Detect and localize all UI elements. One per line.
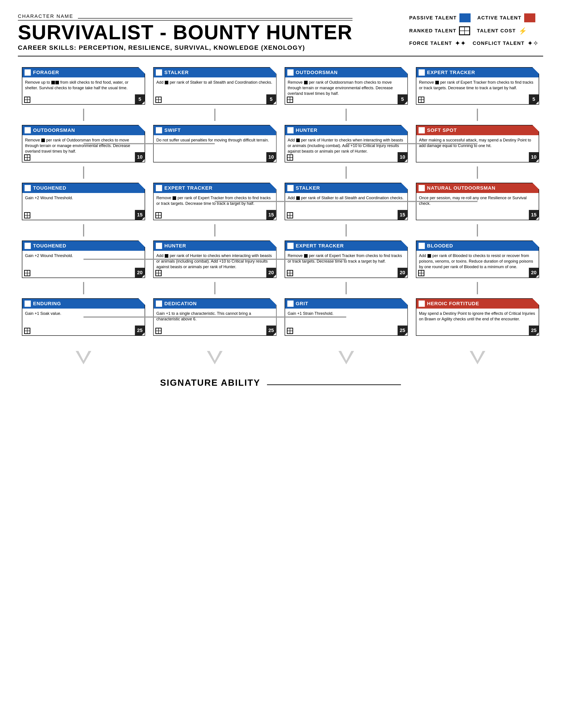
- talent-card-wrapper: SOFT SPOTAfter making a successful attac…: [412, 121, 543, 166]
- talent-footer: [153, 160, 276, 162]
- talent-header: EXPERT TRACKER: [153, 183, 276, 193]
- vconn-cell-2: [280, 109, 412, 121]
- talent-card[interactable]: BLOODEDAdd per rank of Blooded to checks…: [416, 241, 539, 278]
- talent-card[interactable]: EXPERT TRACKERRemove per rank of Expert …: [153, 183, 276, 220]
- talent-name: NATURAL OUTDOORSMAN: [427, 185, 496, 191]
- legend-row-1: PASSIVE TALENT ACTIVE TALENT: [409, 13, 535, 22]
- arrow-down-0: [76, 351, 91, 364]
- talent-card-wrapper: FORAGERRemove up to from skill checks to…: [18, 63, 149, 109]
- ranked-icon: [418, 97, 424, 103]
- talent-footer: [285, 211, 408, 220]
- talent-name: STALKER: [164, 70, 189, 75]
- talent-type-icon: [156, 301, 162, 307]
- talent-type-icon: [419, 301, 425, 307]
- talent-header: ENDURING: [22, 299, 145, 309]
- talent-card-wrapper: DEDICATIONGain +1 to a single characteri…: [149, 294, 280, 340]
- vconn-line: [477, 282, 478, 294]
- talent-footer: [416, 333, 539, 335]
- force-talent-icon: ✦✦: [455, 39, 466, 47]
- talent-card[interactable]: NATURAL OUTDOORSMANOnce per session, may…: [416, 183, 539, 220]
- vconn-cell-0: [18, 109, 149, 121]
- vconn-line: [214, 109, 215, 121]
- talent-card[interactable]: EXPERT TRACKERRemove per rank of Expert …: [416, 67, 539, 105]
- talent-card-wrapper: SWIFTDo not suffer usual penalties for m…: [149, 121, 280, 166]
- talent-footer: [285, 269, 408, 278]
- legend-row-2: RANKED TALENT TALENT COST ⚡: [409, 26, 527, 35]
- talent-card[interactable]: OUTDOORSMANRemove per rank of Outdoorsma…: [285, 67, 408, 105]
- talent-header: HEROIC FORTITUDE: [416, 299, 539, 309]
- talent-name: GRIT: [296, 301, 309, 307]
- signature-area: SIGNATURE ABILITY: [18, 373, 543, 392]
- talent-card[interactable]: FORAGERRemove up to from skill checks to…: [22, 67, 145, 105]
- talent-type-icon: [25, 69, 31, 76]
- talent-card[interactable]: HEROIC FORTITUDEMay spend a Destiny Poin…: [416, 298, 539, 336]
- talent-card[interactable]: DEDICATIONGain +1 to a single characteri…: [153, 298, 276, 336]
- talent-card-wrapper: OUTDOORSMANRemove per rank of Outdoorsma…: [280, 63, 412, 109]
- talent-cost-badge: 15: [529, 210, 539, 220]
- talent-cost-label: TALENT COST: [477, 28, 516, 34]
- talent-card[interactable]: STALKERAdd per rank of Stalker to all St…: [153, 67, 276, 105]
- talent-grid: FORAGERRemove up to from skill checks to…: [18, 63, 543, 340]
- talent-card[interactable]: ENDURINGGain +1 Soak value.25: [22, 298, 145, 336]
- vconn-row-1: [18, 166, 543, 179]
- vconn-line: [477, 166, 478, 179]
- passive-talent-label: PASSIVE TALENT: [409, 15, 457, 21]
- talent-header: EXPERT TRACKER: [285, 241, 408, 251]
- vconn-cell-3: [412, 282, 543, 294]
- talent-type-icon: [419, 185, 425, 191]
- ranked-icon: [287, 154, 293, 161]
- talent-footer: [22, 153, 145, 162]
- talent-header: TOUGHENED: [22, 241, 145, 251]
- talent-card[interactable]: HUNTERAdd per rank of Hunter to checks w…: [153, 241, 276, 278]
- talent-name: DEDICATION: [164, 301, 197, 307]
- vconn-cell-3: [412, 224, 543, 236]
- vconn-line: [477, 109, 478, 121]
- vconn-line: [346, 166, 347, 179]
- talent-name: STALKER: [296, 185, 320, 191]
- talent-type-icon: [25, 301, 31, 307]
- conflict-talent-legend: CONFLICT TALENT ✦✧: [473, 39, 538, 47]
- talent-name: ENDURING: [33, 301, 61, 307]
- talent-footer: [153, 211, 276, 220]
- talent-name: FORAGER: [33, 70, 59, 75]
- talent-footer: [22, 269, 145, 278]
- talent-card[interactable]: TOUGHENEDGain +2 Wound Threshold.15: [22, 183, 145, 220]
- ranked-icon: [24, 97, 30, 103]
- ranked-icon: [155, 328, 162, 334]
- talent-header: OUTDOORSMAN: [285, 68, 408, 77]
- vconn-line: [346, 224, 347, 236]
- talent-name: SOFT SPOT: [427, 127, 457, 133]
- talent-card[interactable]: SWIFTDo not suffer usual penalties for m…: [153, 125, 276, 162]
- talent-header: STALKER: [153, 68, 276, 77]
- talent-card[interactable]: HUNTERAdd per rank of Hunter to checks w…: [285, 125, 408, 162]
- talent-card-wrapper: HUNTERAdd per rank of Hunter to checks w…: [149, 236, 280, 282]
- force-talent-label: FORCE TALENT: [409, 40, 452, 46]
- conflict-talent-icon: ✦✧: [527, 39, 538, 47]
- character-name-label: CHARACTER NAME: [18, 13, 73, 19]
- talent-footer: [22, 327, 145, 335]
- vconn-line: [83, 224, 84, 236]
- vconn-row-0: [18, 109, 543, 121]
- vconn-cell-0: [18, 166, 149, 179]
- talent-card-wrapper: GRITGain +1 Strain Threshold.25: [280, 294, 412, 340]
- talent-card-wrapper: STALKERAdd per rank of Stalker to all St…: [149, 63, 280, 109]
- talent-card[interactable]: TOUGHENEDGain +2 Wound Threshold.20: [22, 241, 145, 278]
- talent-type-icon: [419, 69, 425, 76]
- talent-header: SWIFT: [153, 125, 276, 135]
- talent-type-icon: [156, 185, 162, 191]
- talent-footer: [285, 96, 408, 104]
- vconn-line: [83, 109, 84, 121]
- talent-header: FORAGER: [22, 68, 145, 77]
- talent-card[interactable]: EXPERT TRACKERRemove per rank of Expert …: [285, 241, 408, 278]
- talent-header: HUNTER: [153, 241, 276, 251]
- talent-card-wrapper: HEROIC FORTITUDEMay spend a Destiny Poin…: [412, 294, 543, 340]
- talent-card[interactable]: GRITGain +1 Strain Threshold.25: [285, 298, 408, 336]
- talent-card[interactable]: STALKERAdd per rank of Stalker to all St…: [285, 183, 408, 220]
- talent-card[interactable]: SOFT SPOTAfter making a successful attac…: [416, 125, 539, 162]
- talent-type-icon: [419, 243, 425, 249]
- talent-card[interactable]: OUTDOORSMANRemove per rank of Outdoorsma…: [22, 125, 145, 162]
- talent-card-wrapper: TOUGHENEDGain +2 Wound Threshold.15: [18, 179, 149, 224]
- vconn-line: [214, 224, 215, 236]
- talent-body: May spend a Destiny Point to ignore the …: [416, 309, 539, 335]
- vconn-cell-2: [280, 282, 412, 294]
